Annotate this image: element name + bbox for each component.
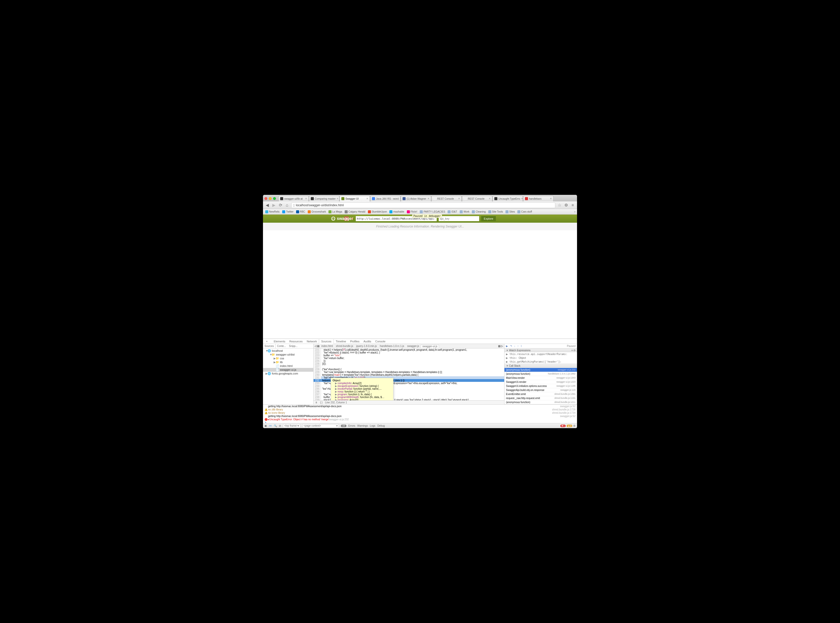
add-watch-icon[interactable]: + xyxy=(571,349,573,352)
console-toggle-icon[interactable]: >≡ xyxy=(269,424,272,427)
code-line[interactable]: 228("kw">function() { xyxy=(314,368,504,371)
file-tabs-more-icon[interactable]: ▤ ▷ xyxy=(498,345,503,347)
braces-icon[interactable]: { } xyxy=(320,401,323,404)
home-button[interactable]: ⌂ xyxy=(285,203,289,207)
devtools-tab-audits[interactable]: Audits xyxy=(361,339,373,344)
menu-icon[interactable]: ≡ xyxy=(571,203,575,207)
file-tab[interactable]: swagger-ui.js xyxy=(421,345,439,348)
tab-close-icon[interactable]: × xyxy=(305,197,307,200)
file-tabs-back-icon[interactable]: ◁ xyxy=(315,345,317,347)
code-line[interactable]: 223 buffer += "\n\n"; xyxy=(314,354,504,357)
watch-expression[interactable]: ▶ this.getMatchingParams(['header']: xyxy=(505,360,577,364)
tree-folder-dist[interactable]: ▼📁 swagger-ui/dist xyxy=(263,353,313,356)
bookmark-star-icon[interactable]: ☆ xyxy=(557,203,562,207)
devtools-tab-elements[interactable]: Elements xyxy=(272,339,287,344)
browser-tab[interactable]: Comparing master× xyxy=(309,196,339,201)
code-line[interactable]: 226})(); xyxy=(314,362,504,365)
back-button[interactable]: ◀ xyxy=(265,203,269,207)
forward-button[interactable]: ▶ xyxy=(272,203,276,207)
maximize-window-button[interactable] xyxy=(273,197,276,200)
devtools-close-icon[interactable]: × xyxy=(264,339,269,344)
tree-file-index[interactable]: 📄 index.html xyxy=(263,364,313,368)
search-icon[interactable]: 🔍 xyxy=(274,424,277,427)
code-line[interactable]: 224 "kw">return buffer; xyxy=(314,357,504,359)
devtools-tab-console[interactable]: Console xyxy=(373,339,387,344)
tab-close-icon[interactable]: × xyxy=(550,197,552,200)
error-count-badge[interactable]: ✖1 xyxy=(560,425,566,427)
browser-tab[interactable]: (1) Aidan Wagner× xyxy=(401,196,431,201)
devtools-tab-profiles[interactable]: Profiles xyxy=(348,339,362,344)
tree-domain[interactable]: ▼🌐 localhost xyxy=(263,349,313,353)
bookmark-item[interactable]: Sites xyxy=(505,210,516,213)
bookmark-item[interactable]: RBC xyxy=(295,210,306,213)
warning-count-badge[interactable]: ▲2 xyxy=(567,425,572,427)
bookmark-item[interactable]: Cars stuff xyxy=(517,210,533,213)
devtools-tab-sources[interactable]: Sources xyxy=(319,339,334,344)
console-prompt[interactable]: ❯ xyxy=(263,421,577,423)
filter-warnings[interactable]: Warnings xyxy=(357,424,368,427)
tree-folder-lib[interactable]: ▶📁 lib xyxy=(263,361,313,364)
file-tab[interactable]: shred.bundle.js xyxy=(335,345,355,348)
tab-close-icon[interactable]: × xyxy=(366,197,368,200)
browser-tab[interactable]: Java JAX RS - word× xyxy=(370,196,401,201)
pause-icon[interactable]: ⏸ xyxy=(315,401,318,404)
devtools-tab-timeline[interactable]: Timeline xyxy=(334,339,348,344)
minimize-window-button[interactable] xyxy=(269,197,272,200)
tab-close-icon[interactable]: × xyxy=(458,197,460,200)
callstack-header[interactable]: ▼Call Stack xyxy=(505,364,577,368)
tab-close-icon[interactable]: × xyxy=(399,197,401,200)
bookmark-item[interactable]: Grooveshark xyxy=(307,210,327,213)
sidebar-tab-snippets[interactable]: Snipp... xyxy=(288,344,299,348)
sidebar-tab-sources[interactable]: Sources xyxy=(263,344,275,348)
code-line[interactable]: 225 }); xyxy=(314,359,504,362)
watch-expression[interactable]: ▶ this: Object xyxy=(505,356,577,360)
tab-close-icon[interactable]: × xyxy=(521,197,523,200)
swagger-apikey-input[interactable] xyxy=(439,216,479,221)
tab-close-icon[interactable]: × xyxy=(337,197,338,200)
browser-tab[interactable]: REST Console× xyxy=(431,196,462,201)
deactivate-bp-icon[interactable]: ⌇ xyxy=(521,345,522,347)
file-tab[interactable]: index.html xyxy=(320,345,335,348)
bookmark-item[interactable]: Twitter xyxy=(282,210,294,213)
browser-tab[interactable]: Uncaught TypeErro× xyxy=(493,196,523,201)
callstack-frame[interactable]: (anonymous function)handlebars-1.0.rc.1.… xyxy=(505,372,577,376)
settings-icon[interactable]: ⚙ xyxy=(564,203,568,207)
watch-expression[interactable]: ▶ this.resource.api.supportHeaderParams: xyxy=(505,352,577,356)
frame-selector[interactable]: <top frame> ▾ xyxy=(283,424,300,428)
browser-tab[interactable]: swagger-ui/lib at× xyxy=(278,196,309,201)
step-over-icon[interactable]: ↷ xyxy=(510,345,512,347)
url-bar[interactable]: ▯ localhost/swagger-ui/dist/index.html xyxy=(291,203,555,208)
bookmark-item[interactable]: PARTY LEGACIES xyxy=(419,210,446,213)
step-into-icon[interactable]: ↓ xyxy=(514,345,515,347)
resume-icon[interactable]: ▶ xyxy=(506,345,508,347)
filter-errors[interactable]: Errors xyxy=(349,424,355,427)
watch-header[interactable]: ▼Watch Expressions + ⟳ xyxy=(505,348,577,352)
browser-tab[interactable]: Swagger UI× xyxy=(340,196,370,201)
callstack-frame[interactable]: (anonymous function)swagger-ui.js:232 xyxy=(505,368,577,372)
tab-close-icon[interactable]: × xyxy=(428,197,429,200)
code-line[interactable]: 222 "kw">if(stack1 || stack1 === 0) { bu… xyxy=(314,351,504,354)
bookmark-item[interactable]: StumbleUpon xyxy=(367,210,388,213)
filter-all[interactable]: All xyxy=(341,425,346,427)
tab-close-icon[interactable]: × xyxy=(489,197,491,200)
browser-tab[interactable]: REST Console× xyxy=(462,196,492,201)
callstack-frame[interactable]: SwaggerUi.renderswagger-ui.js:1223 xyxy=(505,380,577,384)
callstack-frame[interactable]: EventEmitter.emitshred.bundle.js:1391 xyxy=(505,392,577,396)
file-tab[interactable]: swagger.js xyxy=(405,345,421,348)
step-out-icon[interactable]: ↑ xyxy=(517,345,519,347)
devtools-tab-network[interactable]: Network xyxy=(305,339,319,344)
refresh-watch-icon[interactable]: ⟳ xyxy=(574,349,575,352)
callstack-frame[interactable]: (anonymous function)shred.bundle.js:1211 xyxy=(505,400,577,404)
reload-button[interactable]: ⟳ xyxy=(278,203,283,207)
dock-icon[interactable]: ▣ xyxy=(265,424,267,427)
devtools-settings-icon[interactable]: ⚙ xyxy=(573,424,575,427)
filter-logs[interactable]: Logs xyxy=(370,424,375,427)
bookmark-item[interactable]: Flickr! xyxy=(406,210,418,213)
bookmark-item[interactable]: Calgary Herald xyxy=(344,210,366,213)
callstack-frame[interactable]: SwaggerApi.build.obj.on.responseswagger.… xyxy=(505,388,577,392)
bookmark-item[interactable]: Cleaning xyxy=(471,210,486,213)
callstack-frame[interactable]: MainView.renderswagger-ui.js:1343 xyxy=(505,376,577,380)
close-window-button[interactable] xyxy=(265,197,267,200)
callstack-frame[interactable]: request._raw.http.request.emitshred.bund… xyxy=(505,396,577,400)
file-tabs-list-icon[interactable]: ▤ xyxy=(317,345,319,347)
